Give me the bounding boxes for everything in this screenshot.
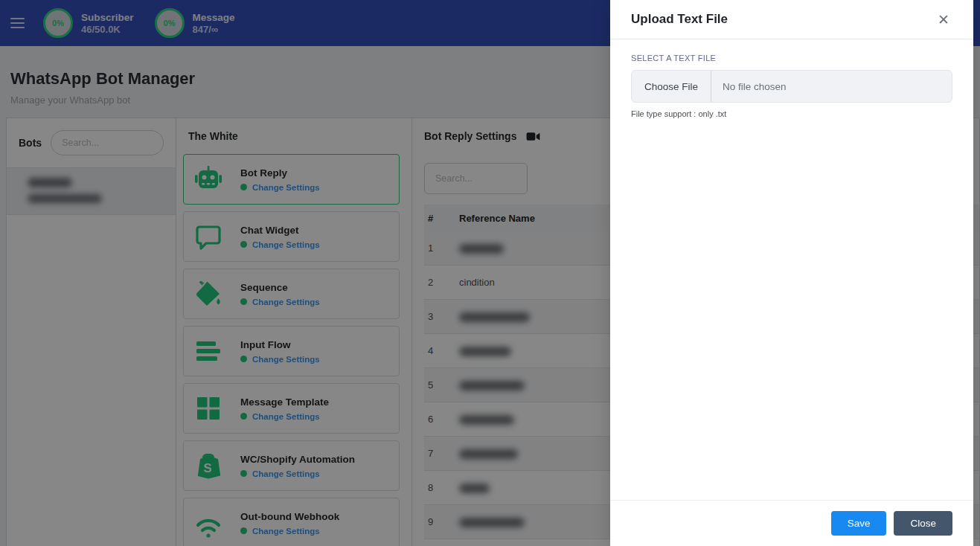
file-type-helper-text: File type support : only .txt — [631, 109, 952, 118]
upload-text-file-modal: Upload Text File ✕ SELECT A TEXT FILE Ch… — [610, 0, 973, 546]
modal-footer: Save Close — [610, 500, 973, 546]
save-button[interactable]: Save — [831, 511, 887, 536]
close-button[interactable]: Close — [894, 511, 952, 536]
choose-file-button[interactable]: Choose File — [632, 71, 711, 102]
close-icon[interactable]: ✕ — [935, 11, 952, 28]
modal-header: Upload Text File ✕ — [610, 0, 973, 39]
modal-title: Upload Text File — [631, 12, 728, 27]
file-chosen-status: No file chosen — [711, 81, 787, 92]
modal-body: SELECT A TEXT FILE Choose File No file c… — [610, 39, 973, 500]
file-field-label: SELECT A TEXT FILE — [631, 54, 952, 62]
file-input[interactable]: Choose File No file chosen — [631, 70, 952, 103]
